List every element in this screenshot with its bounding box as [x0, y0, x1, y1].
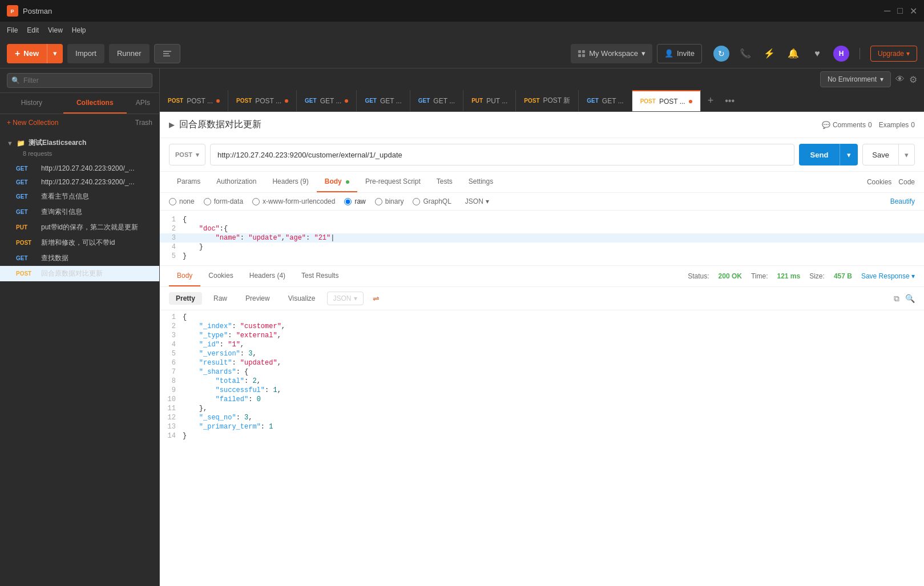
view-preview-button[interactable]: Preview [239, 292, 277, 305]
menu-help[interactable]: Help [72, 26, 86, 34]
save-button[interactable]: Save ▾ [862, 144, 915, 165]
list-item[interactable]: GET http://120.27.240.223:9200/_... [0, 161, 159, 175]
code-link[interactable]: Code [898, 178, 915, 186]
beautify-button[interactable]: Beautify [890, 197, 915, 205]
tab-post-2[interactable]: POST POST ... [228, 90, 297, 111]
save-button-arrow[interactable]: ▾ [898, 144, 914, 165]
search-icon[interactable]: 🔍 [905, 294, 915, 304]
response-tab-tests[interactable]: Test Results [293, 266, 346, 286]
url-bar: POST ▾ Send ▾ Save ▾ [160, 138, 924, 172]
collapse-icon[interactable]: ▶ [169, 120, 175, 129]
send-button[interactable]: Send ▾ [799, 144, 858, 165]
resp-code-line: 2 "_index": "customer", [160, 322, 924, 331]
body-form-data-option[interactable]: form-data [204, 197, 243, 205]
save-button-main[interactable]: Save [863, 151, 898, 159]
comments-button[interactable]: 💬 Comments 0 [822, 121, 872, 129]
toolbar-icons: ↻ 📞 ⚡ 🔔 ♥ H Upgrade ▾ [713, 46, 917, 62]
tab-post-new[interactable]: POST POST 新 [516, 90, 579, 111]
tab-method: GET [365, 98, 377, 104]
view-raw-button[interactable]: Raw [207, 292, 234, 305]
heart-icon[interactable]: ♥ [809, 46, 825, 62]
url-input[interactable] [210, 144, 794, 165]
tab-get-3[interactable]: GET GET ... [410, 90, 463, 111]
copy-icon[interactable]: ⧉ [894, 294, 899, 304]
tab-pre-request[interactable]: Pre-request Script [357, 172, 429, 192]
list-item[interactable]: PUT put带id的保存，第二次就是更新 [0, 220, 159, 235]
format-selector[interactable]: JSON ▾ [465, 197, 489, 205]
sidebar-tab-apis[interactable]: APIs [127, 93, 159, 114]
menu-view[interactable]: View [48, 26, 63, 34]
new-button-arrow[interactable]: ▾ [47, 44, 63, 63]
tab-params[interactable]: Params [169, 172, 208, 192]
new-button[interactable]: + New ▾ [7, 44, 63, 63]
invite-button[interactable]: 👤 Invite [657, 44, 702, 63]
body-raw-option[interactable]: raw [344, 197, 365, 205]
menu-edit[interactable]: Edit [27, 26, 39, 34]
tab-post-active[interactable]: POST POST ... [632, 90, 701, 111]
tab-authorization[interactable]: Authorization [208, 172, 264, 192]
response-tab-headers[interactable]: Headers (4) [241, 266, 293, 286]
send-button-main[interactable]: Send [799, 151, 840, 159]
maximize-button[interactable]: □ [897, 6, 903, 16]
tab-tests[interactable]: Tests [429, 172, 461, 192]
body-urlencoded-option[interactable]: x-www-form-urlencoded [252, 197, 335, 205]
add-tab-button[interactable]: + [701, 95, 721, 107]
more-tabs-button[interactable]: ••• [720, 96, 739, 106]
collection-elasticsearch[interactable]: ▼ 📁 测试Elasticsearch 8 requests [0, 134, 159, 161]
runner-button[interactable]: Runner [109, 44, 150, 63]
tab-get-4[interactable]: GET GET ... [579, 90, 632, 111]
response-format-selector[interactable]: JSON ▾ [327, 292, 364, 305]
lightning-icon[interactable]: ⚡ [761, 46, 777, 62]
collection-runner-button[interactable] [154, 44, 180, 63]
body-graphql-option[interactable]: GraphQL [413, 197, 451, 205]
new-collection-button[interactable]: + New Collection [7, 119, 58, 127]
body-binary-option[interactable]: binary [375, 197, 404, 205]
close-button[interactable]: ✕ [910, 6, 917, 17]
request-body-editor[interactable]: 1 { 2 "doc":{ 3 "name": "update","age": … [160, 211, 924, 265]
sync-icon[interactable]: ↻ [713, 46, 729, 62]
cookies-link[interactable]: Cookies [867, 178, 891, 186]
response-tab-cookies[interactable]: Cookies [200, 266, 241, 286]
response-tab-body[interactable]: Body [169, 266, 200, 286]
env-selector[interactable]: No Environment ▾ [820, 71, 891, 87]
upgrade-button[interactable]: Upgrade ▾ [870, 46, 917, 62]
trash-button[interactable]: Trash [135, 119, 152, 127]
list-item[interactable]: POST 回合原数据对比更新 [0, 266, 159, 281]
env-label: No Environment [828, 75, 877, 83]
tab-get-1[interactable]: GET GET ... [297, 90, 357, 111]
search-input[interactable] [7, 73, 152, 88]
method-badge-post: POST [16, 270, 37, 277]
eye-icon[interactable]: 👁 [895, 74, 905, 84]
sidebar-tab-collections[interactable]: Collections [63, 93, 127, 114]
phone-icon[interactable]: 📞 [737, 46, 753, 62]
view-pretty-button[interactable]: Pretty [169, 292, 202, 305]
view-visualize-button[interactable]: Visualize [281, 292, 322, 305]
examples-button[interactable]: Examples 0 [879, 121, 915, 129]
menu-file[interactable]: File [7, 26, 18, 34]
env-bar: No Environment ▾ 👁 ⚙ [160, 68, 924, 90]
tab-put[interactable]: PUT PUT ... [463, 90, 516, 111]
bell-icon[interactable]: 🔔 [785, 46, 801, 62]
save-response-button[interactable]: Save Response ▾ [861, 272, 915, 280]
list-item[interactable]: GET http://120.27.240.223:9200/_... [0, 175, 159, 189]
sidebar-tab-history[interactable]: History [0, 93, 63, 114]
body-none-option[interactable]: none [169, 197, 195, 205]
new-button-main[interactable]: + New [7, 44, 47, 63]
import-button[interactable]: Import [67, 44, 104, 63]
method-selector[interactable]: POST ▾ [169, 144, 205, 165]
list-item[interactable]: GET 查看主节点信息 [0, 189, 159, 204]
list-item[interactable]: GET 查询索引信息 [0, 204, 159, 220]
minimize-button[interactable]: ─ [884, 6, 890, 16]
settings-icon[interactable]: ⚙ [909, 74, 917, 85]
tab-settings[interactable]: Settings [461, 172, 501, 192]
send-button-arrow[interactable]: ▾ [840, 144, 858, 165]
tab-body[interactable]: Body [317, 172, 357, 192]
tab-headers[interactable]: Headers (9) [264, 172, 316, 192]
list-item[interactable]: POST 新增和修改，可以不带id [0, 235, 159, 250]
workspace-selector[interactable]: My Workspace ▾ [571, 44, 652, 63]
list-item[interactable]: GET 查找数据 [0, 250, 159, 266]
avatar[interactable]: H [833, 46, 849, 62]
wrap-lines-icon[interactable]: ⇌ [373, 294, 380, 303]
tab-post-1[interactable]: POST POST ... [160, 90, 228, 111]
tab-get-2[interactable]: GET GET ... [357, 90, 410, 111]
